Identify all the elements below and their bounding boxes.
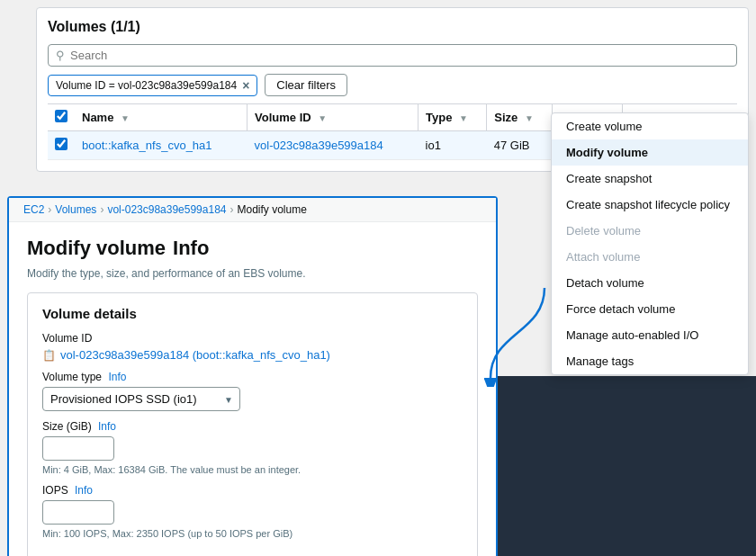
section-title: Volume details [42,306,463,321]
col-size: Size ▼ [487,104,552,131]
context-menu: Create volume Modify volume Create snaps… [551,112,749,375]
type-sort-icon[interactable]: ▼ [459,113,468,123]
volume-type-select-wrapper: Provisioned IOPS SSD (io1)General Purpos… [42,387,240,411]
size-info-link[interactable]: Info [98,420,116,433]
volume-type-label: Volume type Info [42,371,463,383]
breadcrumb: EC2 › Volumes › vol-023c98a39e599a184 › … [9,198,496,222]
filter-row: Volume ID = vol-023c98a39e599a184 × Clea… [48,74,737,96]
iops-info-link[interactable]: Info [75,484,93,497]
menu-item-modify-volume[interactable]: Modify volume [552,139,748,166]
connector-arrow [482,279,554,387]
size-label: Size (GiB) Info [42,420,463,433]
breadcrumb-sep-1: › [48,203,51,216]
name-sort-icon[interactable]: ▼ [121,113,130,123]
filter-tag-label: Volume ID = vol-023c98a39e599a184 [56,79,237,92]
panel-title: Volumes (1/1) [48,19,737,35]
select-all-checkbox[interactable] [55,110,68,122]
breadcrumb-sep-3: › [230,203,234,216]
menu-item-attach-volume: Attach volume [552,244,748,270]
volume-id-link[interactable]: vol-023c98a39e599a184 (boot::kafka_nfs_c… [60,348,330,362]
volume-id-sort-icon[interactable]: ▼ [318,113,327,123]
iops-input[interactable]: 2350 [42,500,114,525]
breadcrumb-current: Modify volume [238,203,307,216]
dark-background [490,376,756,556]
col-type: Type ▼ [418,104,487,131]
iops-hint: Min: 100 IOPS, Max: 2350 IOPS (up to 50 … [42,528,463,539]
modal-body: Modify volume Info Modify the type, size… [9,222,496,556]
breadcrumb-volume-id[interactable]: vol-023c98a39e599a184 [107,203,226,216]
breadcrumb-volumes[interactable]: Volumes [55,203,96,216]
menu-item-create-snapshot[interactable]: Create snapshot [552,166,748,192]
volume-id-value: 📋 vol-023c98a39e599a184 (boot::kafka_nfs… [42,348,463,362]
menu-item-create-volume[interactable]: Create volume [552,113,748,139]
iops-label: IOPS Info [42,484,463,497]
menu-item-force-detach-volume[interactable]: Force detach volume [552,296,748,322]
search-input[interactable] [70,49,729,62]
filter-tag: Volume ID = vol-023c98a39e599a184 × [48,75,257,96]
size-input[interactable]: 47 [42,436,114,461]
row-name: boot::kafka_nfs_cvo_ha1 [75,131,248,160]
volume-type-info-link[interactable]: Info [108,371,126,383]
row-checkbox[interactable] [55,138,68,150]
menu-item-delete-volume: Delete volume [552,218,748,244]
copy-icon[interactable]: 📋 [42,349,56,362]
row-size: 47 GiB [487,131,552,160]
volume-type-select[interactable]: Provisioned IOPS SSD (io1)General Purpos… [42,387,240,411]
breadcrumb-ec2[interactable]: EC2 [23,203,44,216]
menu-item-manage-tags[interactable]: Manage tags [552,348,748,374]
menu-item-manage-auto-io[interactable]: Manage auto-enabled I/O [552,322,748,348]
size-hint: Min: 4 GiB, Max: 16384 GiB. The value mu… [42,464,463,475]
clear-filters-button[interactable]: Clear filters [265,74,347,96]
search-bar: ⚲ [48,44,737,67]
modify-volume-modal: EC2 › Volumes › vol-023c98a39e599a184 › … [7,196,498,556]
row-type: io1 [418,131,487,160]
col-volume-id: Volume ID ▼ [248,104,418,131]
row-volume-id: vol-023c98a39e599a184 [248,131,418,160]
size-sort-icon[interactable]: ▼ [525,113,534,123]
breadcrumb-sep-2: › [100,203,104,216]
volume-details-section: Volume details Volume ID 📋 vol-023c98a39… [27,292,478,556]
modal-title: Modify volume [27,237,166,260]
filter-tag-close[interactable]: × [242,78,249,93]
volume-id-field-label: Volume ID [42,332,463,345]
modal-subtitle: Modify the type, size, and performance o… [27,267,478,280]
menu-item-create-snapshot-lifecycle[interactable]: Create snapshot lifecycle policy [552,192,748,218]
search-icon: ⚲ [56,49,65,62]
modal-info-link[interactable]: Info [173,237,209,260]
menu-item-detach-volume[interactable]: Detach volume [552,270,748,296]
col-name: Name ▼ [75,104,248,131]
